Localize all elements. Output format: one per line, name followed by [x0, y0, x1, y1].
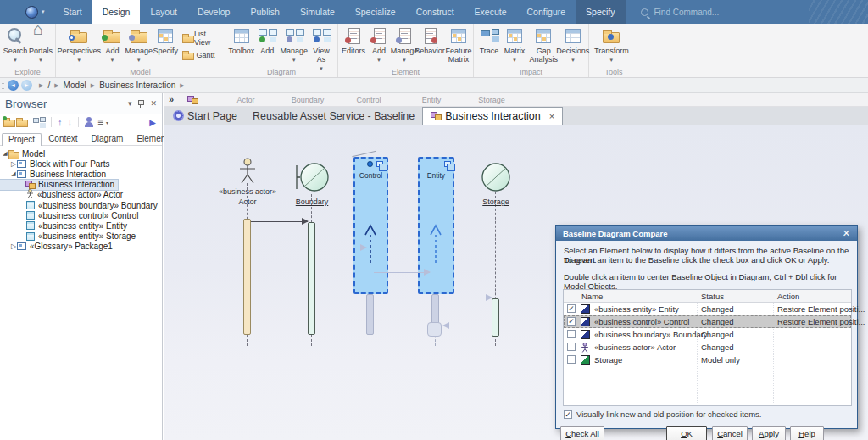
- visually-link-option[interactable]: Visually link new and old position for c…: [564, 409, 761, 419]
- lifeline-header-control[interactable]: Control: [356, 96, 381, 104]
- app-menu-button[interactable]: ▾: [0, 0, 53, 24]
- visually-link-checkbox[interactable]: [564, 410, 572, 419]
- menu-tab-develop[interactable]: Develop: [187, 0, 241, 24]
- menu-tab-configure[interactable]: Configure: [517, 0, 576, 24]
- apply-button[interactable]: Apply: [752, 426, 786, 440]
- cancel-button[interactable]: Cancel: [712, 426, 748, 440]
- tab-diagram[interactable]: Diagram: [85, 132, 131, 145]
- lifeline-header-entity[interactable]: Entity: [422, 96, 442, 104]
- tree-item-business-interaction-package[interactable]: Business Interaction: [0, 169, 162, 179]
- tree-item-control[interactable]: «business control» Control: [0, 210, 162, 220]
- compare-row-entity[interactable]: «business entity» Entity Changed Restore…: [564, 303, 851, 315]
- tree-item-actor[interactable]: «business actor» Actor: [0, 190, 162, 200]
- close-tab-icon[interactable]: ×: [549, 111, 554, 121]
- menu-tab-simulate[interactable]: Simulate: [290, 0, 345, 24]
- decisions-button[interactable]: Decisions▼: [560, 25, 586, 64]
- doc-tab-reusable-asset-service[interactable]: Reusable Asset Service - Baseline: [245, 107, 422, 125]
- diagram-manage-button[interactable]: Manage▼: [280, 25, 308, 64]
- dialog-titlebar[interactable]: Baseline Diagram Compare ✕: [556, 226, 857, 241]
- nav-back-button[interactable]: ◄: [8, 80, 19, 91]
- perspectives-button[interactable]: Perspectives▼: [58, 25, 99, 64]
- tree-expander-icon[interactable]: [2, 150, 8, 157]
- model-hierarchy-icon[interactable]: [33, 117, 45, 127]
- menu-tab-execute[interactable]: Execute: [465, 0, 517, 24]
- tab-project[interactable]: Project: [2, 133, 42, 146]
- tree-item-glossary-package1[interactable]: «Glossary» Package1: [0, 242, 162, 252]
- gap-analysis-button[interactable]: Gap Analysis: [527, 25, 560, 64]
- element-add-button[interactable]: Add▼: [366, 25, 392, 64]
- compare-row-storage[interactable]: Storage Model only: [564, 354, 851, 366]
- element-manage-button[interactable]: Manage▼: [392, 25, 417, 64]
- tree-expander-icon[interactable]: [10, 242, 17, 250]
- tree-item-entity[interactable]: «business entity» Entity: [0, 220, 162, 231]
- tree-item-model[interactable]: Model: [0, 148, 162, 159]
- message-actor-to-boundary[interactable]: [251, 221, 308, 222]
- storage-element[interactable]: [479, 160, 513, 194]
- search-button[interactable]: Search▼: [3, 25, 28, 64]
- column-header-status[interactable]: Status: [701, 292, 724, 301]
- new-package-icon[interactable]: [3, 118, 14, 126]
- menu-tab-construct[interactable]: Construct: [406, 0, 465, 24]
- tree-item-business-interaction-diagram[interactable]: Business Interaction: [0, 180, 118, 190]
- close-icon[interactable]: ✕: [150, 99, 157, 108]
- model-manage-button[interactable]: Manage▼: [125, 25, 153, 64]
- actor-figure[interactable]: [237, 158, 258, 184]
- activation-bar-control[interactable]: [366, 294, 374, 335]
- view-as-button[interactable]: View As▼: [308, 25, 335, 73]
- portals-button[interactable]: Portals▼: [28, 25, 53, 64]
- doc-tab-business-interaction[interactable]: Business Interaction ×: [422, 107, 563, 125]
- pin-icon[interactable]: [137, 99, 144, 108]
- activation-bar-storage[interactable]: [492, 298, 499, 337]
- list-view-toggle[interactable]: List View: [182, 30, 220, 47]
- nav-forward-button[interactable]: ►: [21, 80, 32, 91]
- tree-item-block-with-four-parts[interactable]: Block with Four Parts: [0, 159, 162, 169]
- menu-tab-publish[interactable]: Publish: [240, 0, 289, 24]
- expand-right-icon[interactable]: ▶: [149, 118, 156, 127]
- activation-bar-boundary[interactable]: [308, 222, 315, 335]
- toolbox-button[interactable]: Toolbox: [228, 25, 254, 55]
- revert-checkbox[interactable]: [567, 304, 576, 313]
- tab-context[interactable]: Context: [42, 132, 84, 145]
- breadcrumb-model[interactable]: Model: [64, 81, 86, 90]
- close-icon[interactable]: ✕: [843, 228, 850, 239]
- drag-grip[interactable]: [2, 81, 4, 91]
- column-header-name[interactable]: Name: [581, 292, 603, 301]
- gantt-toggle[interactable]: Gantt: [182, 51, 220, 59]
- menu-tab-design[interactable]: Design: [92, 0, 141, 24]
- tree-item-storage[interactable]: «business entity» Storage: [0, 231, 162, 242]
- help-button[interactable]: Help: [790, 426, 824, 440]
- panel-menu-caret-icon[interactable]: ▾: [128, 99, 132, 108]
- compare-row-boundary[interactable]: «business boundary» Boundary Changed: [564, 328, 851, 341]
- activation-bar-actor[interactable]: [243, 219, 251, 335]
- check-all-button[interactable]: Check All: [560, 426, 604, 440]
- menu-tab-specify[interactable]: Specify: [576, 0, 625, 24]
- revert-checkbox[interactable]: [567, 343, 576, 351]
- matrix-button[interactable]: Matrix▼: [502, 25, 527, 64]
- message-entity-to-storage[interactable]: [437, 298, 492, 298]
- breadcrumb-root[interactable]: /: [47, 81, 50, 90]
- tree-expander-icon[interactable]: [10, 160, 17, 168]
- menu-tab-specialize[interactable]: Specialize: [345, 0, 406, 24]
- menu-tab-layout[interactable]: Layout: [140, 0, 187, 24]
- lifeline-header-storage[interactable]: Storage: [478, 96, 505, 104]
- boundary-element[interactable]: [292, 160, 331, 194]
- tree-expander-icon[interactable]: [10, 170, 17, 177]
- behavior-button[interactable]: Behavior: [417, 25, 442, 55]
- tree-item-boundary[interactable]: «business boundary» Boundary: [0, 200, 162, 210]
- revert-checkbox[interactable]: [567, 330, 576, 338]
- model-specify-button[interactable]: Specify: [153, 25, 178, 55]
- lifeline-header-actor[interactable]: Actor: [236, 96, 254, 104]
- message-control-to-entity[interactable]: [374, 272, 430, 273]
- transform-button[interactable]: Transform▼: [592, 25, 632, 64]
- breadcrumb-business-interaction[interactable]: Business Interaction: [99, 81, 175, 90]
- user-icon[interactable]: [85, 117, 93, 127]
- folder-icon[interactable]: [16, 118, 27, 126]
- move-down-icon[interactable]: ↓: [68, 117, 73, 127]
- feature-matrix-button[interactable]: Feature Matrix: [442, 25, 475, 64]
- menu-tab-start[interactable]: Start: [53, 0, 92, 24]
- message-boundary-to-control[interactable]: [315, 248, 366, 248]
- compare-row-control[interactable]: «business control» Control Changed Resto…: [564, 315, 851, 328]
- editors-button[interactable]: Editors: [341, 25, 366, 55]
- revert-checkbox[interactable]: [567, 317, 576, 326]
- diagram-add-button[interactable]: Add: [254, 25, 280, 55]
